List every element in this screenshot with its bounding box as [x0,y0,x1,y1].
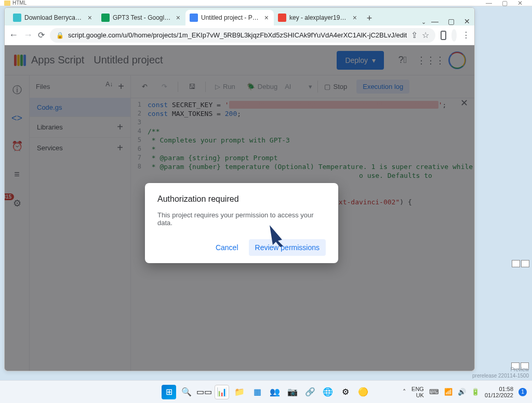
chrome-close-button[interactable]: ✕ [464,17,470,25]
folder-icon [4,1,10,6]
language-indicator[interactable]: ENG UK [411,386,424,398]
battery-icon[interactable]: 🔋 [471,388,480,396]
favicon-icon [101,14,110,22]
forward-button[interactable]: → [23,30,33,41]
task-view-button[interactable]: ▭▭ [197,385,211,399]
tab-sheets[interactable]: GPT3 Test - Google She× [97,10,185,25]
bookmark-star-icon[interactable]: ☆ [422,30,429,40]
chrome-max-button[interactable]: ▢ [448,17,455,25]
taskbar-app[interactable]: 👥 [268,385,282,399]
tab-list-button[interactable]: ⌄ [421,19,426,25]
back-button[interactable]: ← [9,30,18,41]
address-bar[interactable]: 🔒 script.google.com/u/0/home/projects/1m… [50,28,435,43]
reload-button[interactable]: ⟳ [38,30,45,40]
explorer-min-button[interactable]: — [481,0,497,7]
steam-app[interactable]: ⚙ [338,385,353,399]
profile-avatar[interactable] [451,29,457,42]
start-button[interactable]: ⊞ [162,385,176,399]
kebab-menu-icon[interactable]: ⋮ [462,30,470,40]
chrome-toolbar: ← → ⟳ 🔒 script.google.com/u/0/home/proje… [5,25,474,45]
view-toggle-top[interactable] [509,260,532,267]
new-tab-button[interactable]: + [362,11,377,25]
taskbar-app[interactable]: 📷 [285,385,300,399]
tab-apps-script[interactable]: Untitled project - Proje× [185,10,274,25]
tab-berrycast[interactable]: Download Berrycast Des× [9,10,97,25]
taskbar-app[interactable]: 🔗 [303,385,317,399]
explorer-close-button[interactable]: ✕ [512,0,528,7]
search-button[interactable]: 🔍 [179,385,194,399]
extensions-icon[interactable] [441,31,446,40]
system-tray: ˄ ENG UK ⌨ 📶 🔊 🔋 01:58 01/12/2022 1 [403,386,527,398]
authorization-modal: Authorization required This project requ… [145,183,338,263]
explorer-app[interactable]: 📁 [232,385,247,399]
wifi-icon[interactable]: 📶 [444,388,453,396]
taskbar: ⊞ 🔍 ▭▭ 📊 📁 ▦ 👥 📷 🔗 🌐 ⚙ 🟡 ˄ ENG UK ⌨ 📶 🔊 … [0,380,532,403]
keyboard-icon[interactable]: ⌨ [429,388,439,396]
explorer-folder-label: HTML [12,0,26,6]
close-icon[interactable]: × [352,14,358,22]
annotation-arrow-icon [264,222,289,249]
volume-icon[interactable]: 🔊 [458,388,466,396]
notification-badge[interactable]: 1 [518,388,527,396]
close-icon[interactable]: × [87,14,93,22]
close-icon[interactable]: × [175,14,181,22]
explorer-max-button[interactable]: ▢ [497,0,512,7]
modal-title: Authorization required [157,194,326,204]
url-text: script.google.com/u/0/home/projects/1m_E… [68,31,407,39]
tray-chevron-icon[interactable]: ˄ [403,388,406,396]
chrome-window: Download Berrycast Des× GPT3 Test - Goog… [4,7,475,371]
explorer-titlebar: HTML — ▢ ✕ [0,0,532,6]
taskbar-app[interactable]: ▦ [250,385,264,399]
clock[interactable]: 01:58 01/12/2022 [485,386,513,398]
chrome-min-button[interactable]: — [431,17,438,25]
modal-message: This project requires your permission to… [157,211,326,227]
taskbar-center: ⊞ 🔍 ▭▭ 📊 📁 ▦ 👥 📷 🔗 🌐 ⚙ 🟡 [162,385,370,399]
edge-app[interactable]: 🌐 [321,385,335,399]
tab-gmail[interactable]: key - alexplayer1983@g× [274,10,362,25]
lock-icon: 🔒 [56,32,64,39]
cancel-button[interactable]: Cancel [209,239,245,256]
page-body: Apps Script Untitled project Deploy▾ ?⃝ … [5,45,474,371]
chrome-tab-strip: Download Berrycast Des× GPT3 Test - Goog… [5,8,474,25]
chrome-app[interactable]: 🟡 [356,385,370,399]
share-icon[interactable]: ⇪ [411,30,418,40]
favicon-icon [13,14,21,22]
close-icon[interactable]: × [263,14,270,22]
favicon-icon [190,14,198,22]
watermark: Preview prerelease 220114-1500 [472,367,529,379]
favicon-icon [278,14,286,22]
taskbar-app[interactable]: 📊 [215,385,229,399]
